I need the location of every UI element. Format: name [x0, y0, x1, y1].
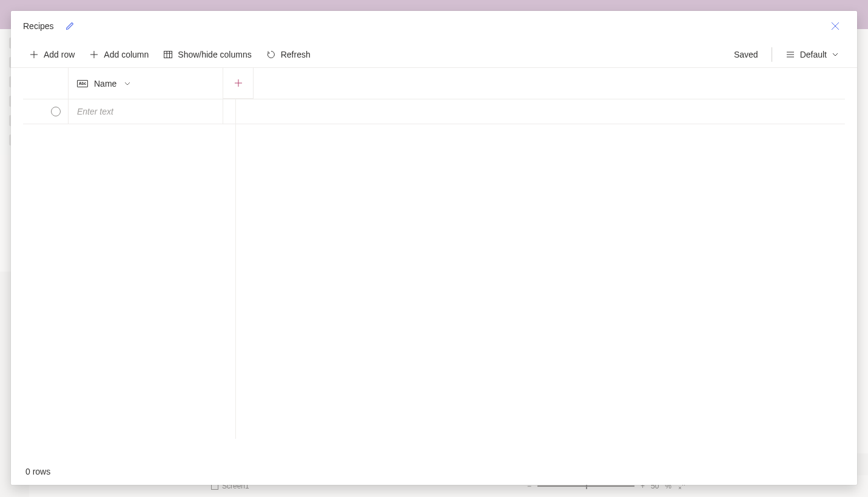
- chevron-down-icon: [832, 51, 839, 58]
- add-column-cell-button[interactable]: [223, 68, 254, 99]
- add-column-label: Add column: [104, 50, 149, 59]
- grid-header-row: Abc Name: [23, 68, 845, 99]
- row-count-label: 0 rows: [25, 467, 50, 476]
- column-divider: [235, 99, 236, 439]
- add-row-label: Add row: [44, 50, 75, 59]
- dialog-toolbar: Add row Add column Show/hide columns Ref…: [11, 41, 857, 68]
- refresh-icon: [266, 50, 276, 59]
- view-selector[interactable]: Default: [779, 46, 845, 63]
- cell-name[interactable]: [69, 99, 223, 124]
- background-right-panel: [857, 29, 868, 453]
- plus-icon: [234, 78, 243, 88]
- select-all-column-header: [23, 68, 69, 99]
- svg-rect-0: [164, 51, 172, 58]
- edit-title-button[interactable]: [61, 18, 78, 35]
- refresh-button[interactable]: Refresh: [260, 46, 317, 63]
- data-grid: Abc Name: [11, 68, 857, 458]
- row-select-cell[interactable]: [23, 99, 69, 124]
- plus-icon: [89, 50, 99, 59]
- plus-icon: [29, 50, 39, 59]
- table-editor-dialog: Recipes Add row Add column Show/hide c: [11, 11, 857, 485]
- text-type-icon: Abc: [77, 80, 88, 87]
- show-hide-columns-label: Show/hide columns: [178, 50, 251, 59]
- row-select-radio[interactable]: [51, 107, 61, 116]
- columns-icon: [163, 50, 173, 59]
- show-hide-columns-button[interactable]: Show/hide columns: [157, 46, 257, 63]
- cell-name-input[interactable]: [77, 107, 214, 116]
- dialog-title: Recipes: [23, 21, 54, 31]
- table-row: [23, 99, 845, 124]
- column-header-label: Name: [94, 79, 116, 88]
- close-button[interactable]: [826, 16, 845, 36]
- toolbar-separator: [772, 47, 772, 62]
- column-header-name[interactable]: Abc Name: [69, 68, 223, 99]
- list-icon: [786, 50, 795, 59]
- dialog-status-bar: 0 rows: [11, 458, 857, 485]
- close-icon: [831, 22, 839, 30]
- refresh-label: Refresh: [281, 50, 311, 59]
- chevron-down-icon: [124, 80, 131, 87]
- add-row-button[interactable]: Add row: [23, 46, 81, 63]
- dialog-header: Recipes: [11, 11, 857, 41]
- saved-status: Saved: [728, 50, 764, 59]
- view-selector-label: Default: [800, 50, 827, 59]
- pencil-icon: [65, 21, 75, 31]
- add-column-button[interactable]: Add column: [83, 46, 155, 63]
